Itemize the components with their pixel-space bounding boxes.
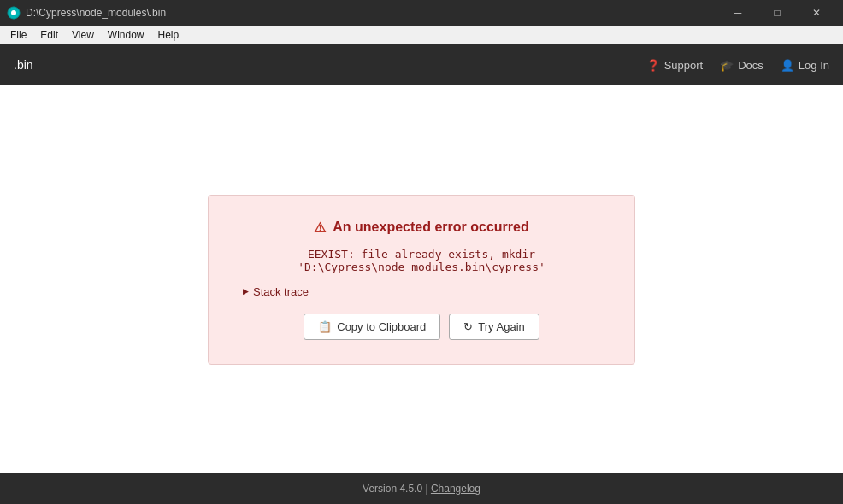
svg-point-1 xyxy=(11,10,16,15)
support-icon: ❓ xyxy=(646,59,660,72)
warning-icon: ⚠ xyxy=(314,220,326,236)
error-title: ⚠ An unexpected error occurred xyxy=(314,220,528,236)
menu-help[interactable]: Help xyxy=(151,27,186,43)
title-bar: D:\Cypress\node_modules\.bin ─ □ ✕ xyxy=(0,0,843,26)
docs-link[interactable]: 🎓 Docs xyxy=(720,59,763,72)
copy-to-clipboard-button[interactable]: 📋 Copy to Clipboard xyxy=(304,314,440,340)
menu-bar: File Edit View Window Help xyxy=(0,26,843,44)
triangle-icon: ▶ xyxy=(243,287,249,296)
changelog-link[interactable]: Changelog xyxy=(431,483,480,495)
maximize-button[interactable]: □ xyxy=(758,0,797,26)
clipboard-icon: 📋 xyxy=(318,320,332,333)
footer-text: Version 4.5.0 | Changelog xyxy=(363,483,480,495)
error-message: EEXIST: file already exists, mkdir 'D:\C… xyxy=(243,248,600,273)
copy-label: Copy to Clipboard xyxy=(337,320,426,333)
try-again-button[interactable]: ↻ Try Again xyxy=(449,314,539,340)
support-link[interactable]: ❓ Support xyxy=(646,59,704,72)
footer: Version 4.5.0 | Changelog xyxy=(0,473,843,504)
app-bar-actions: ❓ Support 🎓 Docs 👤 Log In xyxy=(646,59,829,72)
support-label: Support xyxy=(664,59,704,72)
stack-trace-label: Stack trace xyxy=(253,285,309,298)
error-card: ⚠ An unexpected error occurred EEXIST: f… xyxy=(208,195,635,365)
menu-view[interactable]: View xyxy=(65,27,101,43)
app-icon xyxy=(7,6,21,20)
title-bar-left: D:\Cypress\node_modules\.bin xyxy=(7,6,166,20)
user-icon: 👤 xyxy=(781,59,794,72)
menu-file[interactable]: File xyxy=(3,27,33,43)
docs-label: Docs xyxy=(738,59,763,72)
error-title-text: An unexpected error occurred xyxy=(333,220,528,235)
error-actions: 📋 Copy to Clipboard ↻ Try Again xyxy=(304,314,539,340)
window-controls: ─ □ ✕ xyxy=(718,0,836,26)
retry-icon: ↻ xyxy=(463,320,473,333)
try-again-label: Try Again xyxy=(478,320,524,333)
version-text: Version 4.5.0 | xyxy=(363,483,431,495)
login-label: Log In xyxy=(799,59,829,72)
app-bar: .bin ❓ Support 🎓 Docs 👤 Log In xyxy=(0,44,843,85)
window-title: D:\Cypress\node_modules\.bin xyxy=(26,7,166,19)
minimize-button[interactable]: ─ xyxy=(718,0,758,26)
close-button[interactable]: ✕ xyxy=(797,0,836,26)
login-link[interactable]: 👤 Log In xyxy=(781,59,829,72)
main-content: ⚠ An unexpected error occurred EEXIST: f… xyxy=(0,85,843,473)
stack-trace-toggle[interactable]: ▶ Stack trace xyxy=(243,285,309,298)
menu-edit[interactable]: Edit xyxy=(33,27,65,43)
app-bar-title: .bin xyxy=(14,58,33,72)
menu-window[interactable]: Window xyxy=(101,27,151,43)
docs-icon: 🎓 xyxy=(720,59,734,72)
